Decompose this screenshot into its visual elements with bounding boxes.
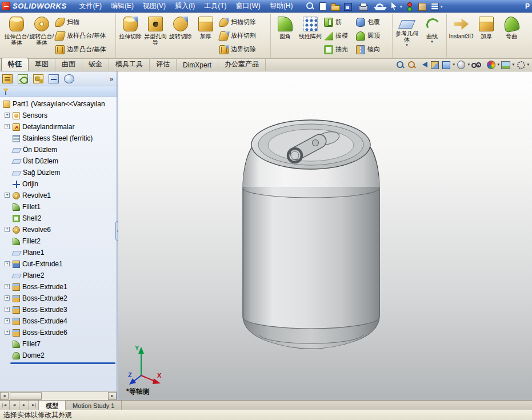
tree-item-revolve6[interactable]: Revolve6	[0, 224, 117, 235]
tab-scroll-right-button[interactable]: ►	[19, 401, 29, 410]
command-list-button[interactable]	[429, 1, 439, 11]
hide-show-items-icon[interactable]	[471, 60, 485, 70]
tree-item-origin[interactable]: Orijin	[0, 178, 117, 190]
tab-mold-tools[interactable]: 模具工具	[109, 58, 150, 71]
tree-item-plane1[interactable]: Plane1	[0, 247, 117, 258]
save-button[interactable]	[342, 1, 353, 11]
assembly-box-icon[interactable]	[417, 1, 427, 11]
tree-item-fillet7[interactable]: Fillet7	[0, 338, 117, 350]
menu-edit[interactable]: 编辑(E)	[106, 0, 138, 13]
dimxpertmanager-tab-icon[interactable]	[49, 74, 59, 83]
can-body[interactable]	[243, 146, 379, 349]
motion-study-tab[interactable]: Motion Study 1	[66, 401, 122, 410]
thicken-button[interactable]: 加厚	[474, 14, 499, 57]
tab-surfaces[interactable]: 曲面	[55, 58, 82, 71]
scroll-right-button[interactable]	[108, 392, 117, 400]
tab-evaluate[interactable]: 评估	[150, 58, 177, 71]
expand-toggle[interactable]	[5, 227, 10, 232]
instant3d-button[interactable]: Instant3D	[449, 14, 474, 57]
view-orientation-icon[interactable]	[441, 60, 455, 70]
panel-overflow-chevron-icon[interactable]	[110, 75, 113, 82]
undo-button[interactable]	[373, 1, 383, 11]
lofted-cut-button[interactable]: 放样切割	[218, 29, 269, 42]
edit-appearance-icon[interactable]	[486, 60, 499, 70]
tree-item-boss-extrude6[interactable]: Boss-Extrude6	[0, 327, 117, 338]
tree-item-fillet1[interactable]: Fillet1	[0, 201, 117, 213]
apply-scene-icon[interactable]	[501, 60, 514, 70]
tab-office-products[interactable]: 办公室产品	[218, 58, 266, 71]
previous-view-icon[interactable]	[418, 60, 429, 70]
options-indicator-icon[interactable]	[404, 1, 414, 11]
expand-toggle[interactable]	[5, 307, 10, 312]
tree-item-annotations[interactable]: Detaylandırmalar	[0, 121, 117, 133]
model-tab[interactable]: 模型	[39, 401, 66, 410]
thickened-cut-button[interactable]: 加厚	[193, 14, 218, 57]
revolved-boss-base-button[interactable]: 旋转凸台/基体	[29, 14, 54, 57]
lofted-boss-base-button[interactable]: 放样凸台/基体	[54, 29, 114, 42]
expand-toggle[interactable]	[5, 193, 10, 198]
fillet-button[interactable]: 圆角	[273, 14, 298, 57]
tree-item-boss-extrude2[interactable]: Boss-Extrude2	[0, 293, 117, 304]
linear-pattern-button[interactable]: 线性阵列	[298, 14, 323, 57]
expand-toggle[interactable]	[5, 284, 10, 289]
expand-toggle[interactable]	[5, 330, 10, 335]
tree-item-boss-extrude4[interactable]: Boss-Extrude4	[0, 315, 117, 327]
view-settings-icon[interactable]	[515, 60, 529, 70]
swept-boss-base-button[interactable]: 扫描	[54, 15, 114, 29]
rib-button[interactable]: 筋	[323, 15, 355, 29]
rollback-bar[interactable]	[10, 362, 115, 364]
configurationmanager-tab-icon[interactable]	[33, 74, 43, 83]
scrollbar-thumb[interactable]	[10, 392, 42, 400]
boundary-cut-button[interactable]: 边界切除	[218, 43, 269, 56]
boundary-boss-base-button[interactable]: 边界凸台/基体	[54, 43, 114, 56]
expand-toggle[interactable]	[5, 295, 10, 301]
graphics-viewport[interactable]: Y X Z *等轴测	[118, 71, 532, 400]
tree-item-right-plane[interactable]: Sağ Düzlem	[0, 167, 117, 178]
tree-item-material[interactable]: Stainless Steel (ferritic)	[0, 133, 117, 144]
tab-features[interactable]: 特征	[1, 58, 29, 71]
extruded-cut-button[interactable]: 拉伸切除	[118, 14, 143, 57]
menu-view[interactable]: 视图(V)	[138, 0, 170, 13]
mirror-button[interactable]: 镜向	[355, 43, 390, 56]
displaymanager-tab-icon[interactable]	[64, 74, 74, 83]
tree-filter-bar[interactable]	[0, 86, 117, 97]
tree-item-top-plane[interactable]: Üst Düzlem	[0, 155, 117, 167]
display-style-icon[interactable]	[456, 60, 470, 70]
dome-button[interactable]: 圆顶	[355, 29, 390, 42]
panel-horizontal-scrollbar[interactable]	[0, 391, 117, 400]
swept-cut-button[interactable]: 扫描切除	[218, 15, 269, 29]
tab-scroll-left-button[interactable]: ◄	[10, 401, 19, 410]
extruded-boss-base-button[interactable]: 拉伸凸台/基体	[4, 14, 29, 57]
tree-item-boss-extrude1[interactable]: Boss-Extrude1	[0, 281, 117, 293]
expand-toggle[interactable]	[5, 318, 10, 323]
zoom-fit-icon[interactable]	[395, 60, 406, 70]
tree-item-front-plane[interactable]: Ön Düzlem	[0, 144, 117, 155]
tab-scroll-last-button[interactable]: ►|	[29, 401, 39, 410]
menu-window[interactable]: 窗口(W)	[231, 0, 265, 13]
shell-button[interactable]: 抽壳	[323, 43, 355, 56]
new-document-button[interactable]	[317, 1, 327, 11]
menu-help[interactable]: 帮助(H)	[265, 0, 298, 13]
curves-button[interactable]: 曲线 ▾	[419, 14, 445, 57]
can-3d-model[interactable]	[118, 71, 532, 400]
tree-root-part[interactable]: Part1 (Varsayılan<<Varsayılan	[0, 98, 117, 110]
menu-tools[interactable]: 工具(T)	[199, 0, 231, 13]
expand-toggle[interactable]	[5, 124, 10, 129]
print-button[interactable]	[358, 1, 368, 11]
tree-item-cut-extrude1[interactable]: Cut-Extrude1	[0, 258, 117, 270]
propertymanager-tab-icon[interactable]	[18, 74, 28, 83]
tree-item-sensors[interactable]: Sensors	[0, 110, 117, 121]
tree-item-shell2[interactable]: Shell2	[0, 213, 117, 224]
revolved-cut-button[interactable]: 旋转切除	[168, 14, 193, 57]
expand-toggle[interactable]	[5, 113, 10, 118]
scroll-left-button[interactable]	[0, 392, 9, 400]
tree-item-fillet2[interactable]: Fillet2	[0, 235, 117, 247]
search-icon[interactable]	[305, 1, 315, 11]
zoom-area-icon[interactable]	[407, 60, 417, 70]
can-lid[interactable]	[251, 120, 370, 169]
tree-item-plane2[interactable]: Plane2	[0, 270, 117, 281]
tab-sketch[interactable]: 草图	[29, 58, 55, 71]
menu-file[interactable]: 文件(F)	[75, 0, 106, 13]
tab-scroll-first-button[interactable]: |◄	[0, 401, 10, 410]
section-view-icon[interactable]	[430, 60, 440, 70]
